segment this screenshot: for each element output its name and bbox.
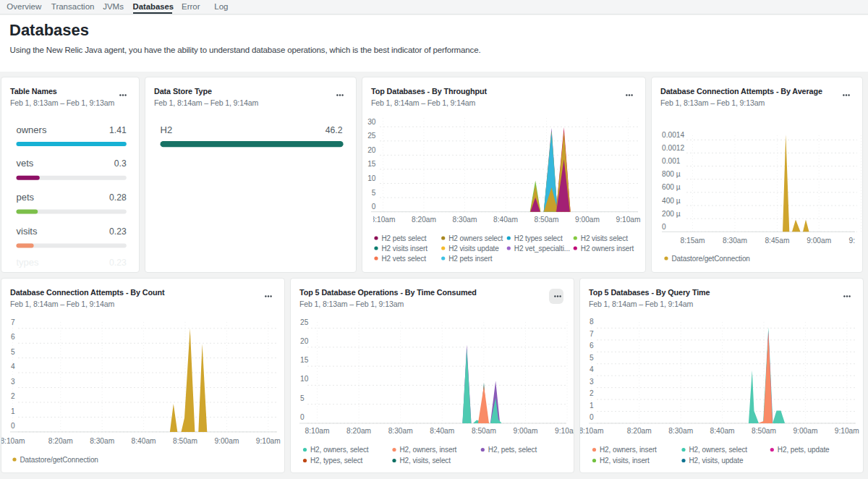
svg-text:8:40am: 8:40am	[132, 437, 156, 445]
svg-text:9:00am: 9:00am	[793, 427, 817, 435]
svg-text:0: 0	[11, 422, 15, 430]
svg-text:H2, pets, select: H2, pets, select	[488, 446, 537, 454]
svg-text:H2, visits, select: H2, visits, select	[400, 457, 451, 465]
svg-text:H2, visits, insert: H2, visits, insert	[600, 457, 650, 465]
svg-text:6: 6	[11, 333, 15, 341]
svg-text:4: 4	[590, 365, 594, 373]
svg-text:0.0012: 0.0012	[662, 144, 684, 152]
svg-text:H2 owners insert: H2 owners insert	[581, 245, 634, 253]
svg-text:0.3: 0.3	[114, 158, 127, 169]
svg-text:9:10am: 9:10am	[616, 216, 641, 224]
svg-text:2: 2	[11, 392, 15, 400]
svg-text:20: 20	[300, 337, 309, 345]
svg-text:4: 4	[11, 363, 15, 370]
svg-text:15: 15	[300, 356, 309, 364]
svg-text:5: 5	[300, 394, 305, 402]
svg-text:9:10am: 9:10am	[835, 427, 859, 435]
svg-text:1.41: 1.41	[109, 125, 127, 135]
svg-text:0.28: 0.28	[109, 192, 127, 203]
svg-text:0.0014: 0.0014	[662, 131, 684, 139]
svg-text:7: 7	[590, 330, 594, 338]
svg-text:H2 types select: H2 types select	[514, 234, 563, 242]
svg-text:0: 0	[372, 203, 376, 211]
svg-text:H2 vets select: H2 vets select	[382, 255, 427, 263]
svg-text:8:30am: 8:30am	[453, 216, 477, 224]
svg-text:15: 15	[367, 160, 376, 168]
svg-text:Datastore/getConnection: Datastore/getConnection	[20, 456, 98, 464]
svg-text:8:10am: 8:10am	[580, 427, 603, 435]
svg-text:8:40am: 8:40am	[430, 427, 454, 435]
svg-text:8:30am: 8:30am	[668, 427, 693, 435]
svg-text:8:40am: 8:40am	[710, 427, 735, 435]
svg-text:8:15am: 8:15am	[681, 237, 705, 245]
svg-text:8:50am: 8:50am	[472, 427, 496, 435]
svg-text:H2: H2	[161, 124, 173, 135]
svg-text:0: 0	[300, 413, 305, 421]
svg-text:Datastore/getConnection: Datastore/getConnection	[672, 255, 750, 263]
svg-text:25: 25	[367, 132, 376, 140]
svg-text:5: 5	[590, 354, 594, 362]
svg-text:8:20am: 8:20am	[412, 216, 436, 224]
svg-text:8:30am: 8:30am	[90, 437, 114, 445]
svg-text:3: 3	[11, 378, 15, 386]
svg-text:8:20am: 8:20am	[48, 437, 73, 445]
svg-text:8:20am: 8:20am	[346, 427, 371, 435]
svg-text:1: 1	[11, 407, 15, 415]
svg-text:8:20am: 8:20am	[627, 427, 652, 435]
svg-text:8:50am: 8:50am	[752, 427, 776, 435]
svg-text:H2, types, select: H2, types, select	[310, 457, 363, 465]
svg-text:9:00am: 9:00am	[575, 216, 600, 224]
svg-text:H2, owners, select: H2, owners, select	[689, 446, 748, 454]
svg-text:1: 1	[590, 402, 594, 410]
svg-text:8:40am: 8:40am	[493, 216, 518, 224]
svg-text:pets: pets	[17, 192, 35, 203]
svg-text:8:30am: 8:30am	[723, 237, 747, 245]
svg-text:8:10am: 8:10am	[1, 437, 25, 445]
svg-text:8: 8	[590, 318, 594, 326]
svg-text:H2, owners, select: H2, owners, select	[310, 446, 369, 454]
svg-text:H2 owners select: H2 owners select	[448, 234, 503, 242]
svg-text:0: 0	[662, 223, 666, 231]
svg-text:H2 vet_specialti...: H2 vet_specialti...	[514, 245, 570, 253]
svg-text:46.2: 46.2	[326, 125, 343, 135]
svg-text:25: 25	[300, 318, 309, 326]
svg-text:8:10am: 8:10am	[371, 216, 396, 224]
svg-text:8:50am: 8:50am	[535, 216, 559, 224]
svg-text:10: 10	[367, 174, 376, 182]
svg-text:H2 visits insert: H2 visits insert	[382, 245, 428, 253]
svg-text:9:00am: 9:00am	[807, 237, 831, 245]
svg-text:H2, owners, insert: H2, owners, insert	[400, 446, 457, 454]
svg-text:800 µ: 800 µ	[662, 170, 681, 178]
svg-text:20: 20	[367, 146, 376, 154]
svg-text:8:45am: 8:45am	[765, 237, 789, 245]
svg-text:9:10am: 9:10am	[256, 437, 281, 445]
svg-text:0.001: 0.001	[662, 157, 681, 165]
svg-text:0: 0	[590, 413, 594, 421]
svg-text:8:10am: 8:10am	[305, 427, 330, 435]
svg-text:6: 6	[590, 342, 594, 349]
svg-text:8:30am: 8:30am	[388, 427, 413, 435]
svg-text:visits: visits	[17, 226, 38, 237]
svg-text:0.23: 0.23	[109, 258, 127, 268]
svg-text:5: 5	[372, 189, 376, 197]
svg-text:10: 10	[300, 375, 309, 383]
svg-text:9:10am: 9:10am	[555, 427, 574, 435]
svg-text:H2 visits select: H2 visits select	[581, 234, 628, 242]
svg-text:3: 3	[590, 378, 594, 386]
svg-text:vets: vets	[17, 158, 34, 169]
svg-text:8:50am: 8:50am	[173, 437, 197, 445]
svg-text:9:00am: 9:00am	[214, 437, 239, 445]
svg-text:H2 visits update: H2 visits update	[448, 245, 499, 253]
svg-text:H2, owners, insert: H2, owners, insert	[600, 446, 657, 454]
svg-text:owners: owners	[17, 124, 47, 135]
svg-text:H2, pets, update: H2, pets, update	[778, 446, 830, 454]
svg-text:H2 pets select: H2 pets select	[382, 234, 427, 242]
svg-text:600 µ: 600 µ	[662, 183, 681, 191]
svg-text:0.23: 0.23	[109, 226, 127, 237]
svg-text:9:15am: 9:15am	[849, 237, 863, 245]
svg-text:H2, visits, update: H2, visits, update	[689, 457, 744, 465]
svg-text:200 µ: 200 µ	[662, 210, 681, 218]
svg-text:9:00am: 9:00am	[514, 427, 538, 435]
svg-text:400 µ: 400 µ	[662, 197, 681, 205]
svg-text:5: 5	[11, 348, 15, 356]
